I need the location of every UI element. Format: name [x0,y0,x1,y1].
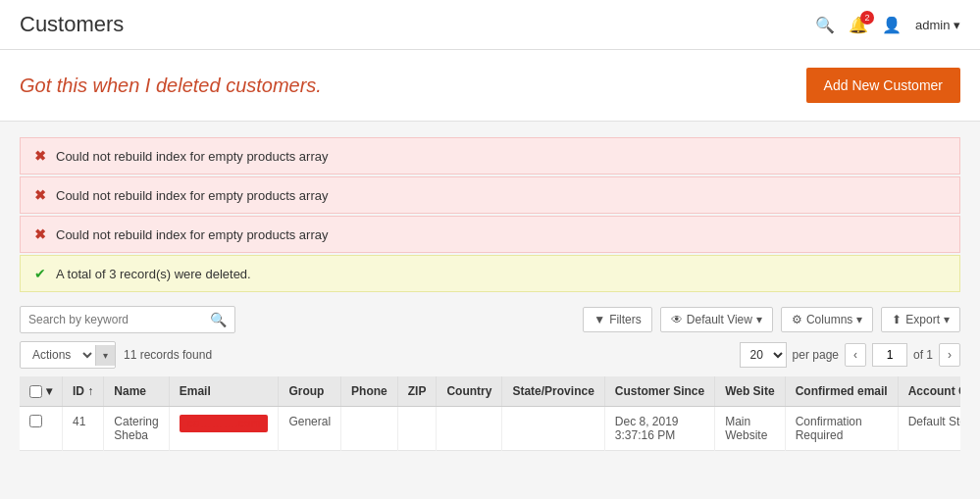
page-title: Customers [20,12,124,37]
page-header: Customers 🔍 🔔 2 👤 admin ▾ [0,0,980,50]
success-message: ✔ A total of 3 record(s) were deleted. [20,255,960,292]
row-checkbox[interactable] [29,415,42,427]
th-checkbox: ▾ [20,376,63,407]
export-button[interactable]: ⬆ Export ▾ [881,307,960,332]
error-icon-3: ✖ [34,226,46,242]
chevron-down-icon-2: ▾ [856,313,862,326]
toolbar: 🔍 ▼ Filters 👁 Default View ▾ ⚙ Columns ▾… [20,306,960,333]
eye-icon: 👁 [671,313,683,326]
default-view-button[interactable]: 👁 Default View ▾ [660,307,773,332]
td-email: ca……….com [169,407,279,451]
td-account-created: Default Store View [898,407,960,451]
table-row: 41 Catering Sheba ca……….com General Dec … [20,407,960,451]
error-message-2: ✖ Could not rebuild index for empty prod… [20,176,960,214]
pagination: 20 per page ‹ of 1 › [740,342,960,368]
actions-left: Actions ▾ 11 records found [20,341,212,369]
error-text-3: Could not rebuild index for empty produc… [56,227,328,242]
td-website: Main Website [715,407,785,451]
table-header-row: ▾ ID ↑ Name Email Group Phone ZIP Countr… [20,376,960,407]
of-label: of 1 [913,348,933,362]
page-number-input[interactable] [872,343,907,367]
per-page-select[interactable]: 20 [740,342,787,368]
error-icon-1: ✖ [34,148,46,164]
email-redacted: ca……….com [180,415,269,432]
td-state [502,407,604,451]
notifications-wrapper[interactable]: 🔔 2 [849,16,868,34]
search-submit-icon[interactable]: 🔍 [210,312,227,327]
error-messages: ✖ Could not rebuild index for empty prod… [20,137,960,292]
select-all-checkbox[interactable] [29,385,42,398]
td-id: 41 [63,407,104,451]
prev-page-button[interactable]: ‹ [845,343,866,367]
success-icon: ✔ [34,266,46,281]
customers-table: ▾ ID ↑ Name Email Group Phone ZIP Countr… [20,376,960,451]
toolbar-right: ▼ Filters 👁 Default View ▾ ⚙ Columns ▾ ⬆… [583,307,960,332]
actions-select-arrow[interactable]: ▾ [95,345,115,366]
th-country[interactable]: Country [437,376,502,407]
error-message-3: ✖ Could not rebuild index for empty prod… [20,216,960,253]
notification-badge: 2 [860,11,874,25]
td-phone [341,407,398,451]
th-group[interactable]: Group [279,376,341,407]
notice-bar: Got this when I deleted customers. Add N… [0,50,980,122]
columns-button[interactable]: ⚙ Columns ▾ [781,307,873,332]
gear-icon: ⚙ [792,313,802,326]
error-text-2: Could not rebuild index for empty produc… [56,188,328,203]
th-state[interactable]: State/Province [502,376,604,407]
th-account-created[interactable]: Account Created in [898,376,960,407]
th-name[interactable]: Name [104,376,169,407]
header-actions: 🔍 🔔 2 👤 admin ▾ [815,16,960,34]
error-text-1: Could not rebuild index for empty produc… [56,149,328,164]
search-wrap[interactable]: 🔍 [20,306,235,333]
actions-row: Actions ▾ 11 records found 20 per page ‹… [20,341,960,369]
next-page-button[interactable]: › [939,343,960,367]
filter-icon: ▼ [593,313,605,326]
search-input[interactable] [28,313,210,326]
select-all-arrow[interactable]: ▾ [46,384,52,398]
user-icon: 👤 [882,16,902,34]
admin-menu[interactable]: admin ▾ [915,18,960,32]
td-confirmed-email: Confirmation Required [785,407,898,451]
th-customer-since[interactable]: Customer Since [604,376,714,407]
error-icon-2: ✖ [34,187,46,203]
chevron-down-icon-3: ▾ [944,313,950,326]
filters-button[interactable]: ▼ Filters [583,307,652,332]
td-checkbox [20,407,63,451]
per-page-label: per page [793,348,839,362]
actions-select-wrap[interactable]: Actions ▾ [20,341,116,369]
content-area: ✖ Could not rebuild index for empty prod… [0,122,980,467]
td-zip [397,407,437,451]
export-icon: ⬆ [892,313,902,326]
error-message-1: ✖ Could not rebuild index for empty prod… [20,137,960,175]
notice-text: Got this when I deleted customers. [20,75,322,97]
search-icon[interactable]: 🔍 [815,16,835,34]
th-confirmed-email[interactable]: Confirmed email [785,376,898,407]
records-found: 11 records found [124,348,212,362]
customers-table-wrap: ▾ ID ↑ Name Email Group Phone ZIP Countr… [20,376,960,451]
td-name: Catering Sheba [104,407,169,451]
actions-select[interactable]: Actions [21,342,95,368]
th-email[interactable]: Email [169,376,279,407]
td-group: General [279,407,341,451]
success-text: A total of 3 record(s) were deleted. [56,267,251,281]
add-new-customer-button[interactable]: Add New Customer [806,68,960,103]
th-website[interactable]: Web Site [715,376,785,407]
th-id[interactable]: ID ↑ [63,376,104,407]
th-zip[interactable]: ZIP [397,376,437,407]
th-phone[interactable]: Phone [341,376,398,407]
td-country [437,407,502,451]
chevron-down-icon: ▾ [756,313,762,326]
td-customer-since: Dec 8, 2019 3:37:16 PM [604,407,714,451]
